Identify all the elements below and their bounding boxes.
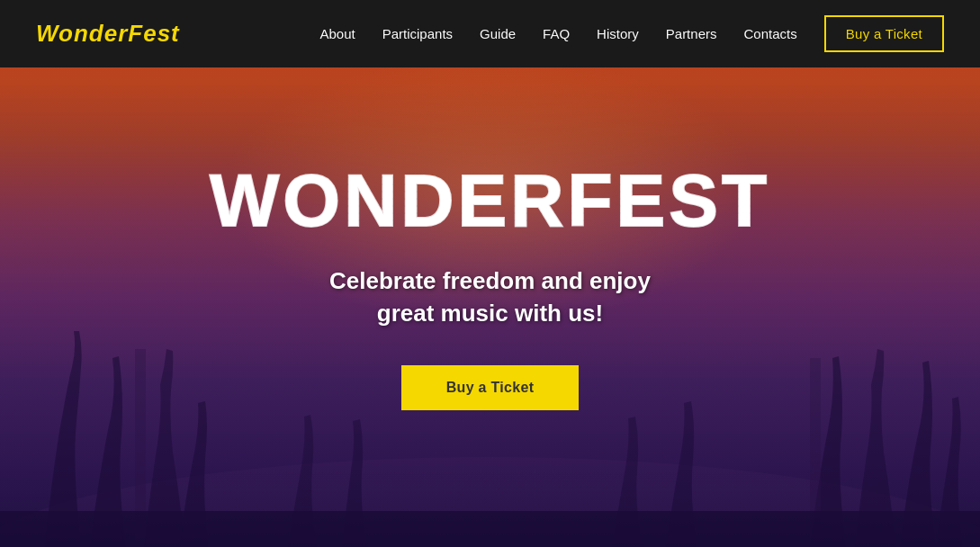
hero-buy-ticket-button[interactable]: Buy a Ticket bbox=[401, 365, 580, 410]
hero-title: WonderFest bbox=[210, 164, 770, 238]
nav-partners[interactable]: Partners bbox=[666, 26, 717, 41]
hero-subtitle-line1: Celebrate freedom and enjoy bbox=[329, 267, 651, 294]
nav-links: About Participants Guide FAQ History Par… bbox=[319, 15, 944, 52]
nav-guide[interactable]: Guide bbox=[480, 26, 516, 41]
hero-content: WonderFest Celebrate freedom and enjoy g… bbox=[210, 164, 770, 411]
hero-subtitle-line2: great music with us! bbox=[377, 300, 603, 327]
hero-section: WonderFest Celebrate freedom and enjoy g… bbox=[0, 0, 980, 547]
nav-faq[interactable]: FAQ bbox=[543, 26, 570, 41]
navbar: WonderFest About Participants Guide FAQ … bbox=[0, 0, 980, 67]
brand-logo[interactable]: WonderFest bbox=[36, 20, 180, 48]
nav-about[interactable]: About bbox=[319, 26, 355, 41]
nav-buy-ticket-button[interactable]: Buy a Ticket bbox=[824, 15, 944, 52]
hero-subtitle: Celebrate freedom and enjoy great music … bbox=[210, 265, 770, 330]
svg-rect-3 bbox=[0, 511, 980, 547]
nav-history[interactable]: History bbox=[597, 26, 639, 41]
nav-contacts[interactable]: Contacts bbox=[743, 26, 796, 41]
nav-participants[interactable]: Participants bbox=[382, 26, 453, 41]
